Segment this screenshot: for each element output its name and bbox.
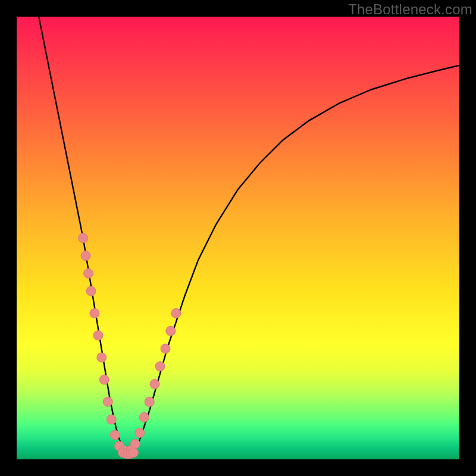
plot-area: [17, 17, 459, 459]
data-point: [139, 412, 149, 422]
data-point: [86, 286, 96, 296]
data-point: [110, 430, 120, 440]
chart-frame: TheBottleneck.com: [0, 0, 476, 476]
chart-svg: [17, 17, 459, 459]
markers-left: [79, 233, 129, 455]
data-point: [81, 251, 90, 261]
data-point: [99, 375, 109, 384]
data-point: [130, 439, 140, 449]
data-point: [171, 308, 181, 318]
data-point: [145, 397, 154, 406]
data-point: [166, 326, 176, 336]
data-point: [107, 415, 116, 424]
data-point: [97, 353, 107, 362]
data-point: [135, 428, 145, 437]
watermark-text: TheBottleneck.com: [348, 1, 472, 18]
data-point: [103, 397, 112, 406]
data-point: [150, 380, 159, 389]
data-point: [93, 331, 103, 340]
markers-right: [126, 308, 181, 455]
data-point: [161, 344, 170, 353]
data-point: [129, 448, 138, 458]
markers-bottom: [118, 448, 139, 459]
data-point: [84, 269, 93, 278]
data-point: [79, 233, 88, 243]
bottleneck-curve: [39, 17, 459, 453]
data-point: [90, 308, 99, 318]
data-point: [155, 362, 165, 371]
